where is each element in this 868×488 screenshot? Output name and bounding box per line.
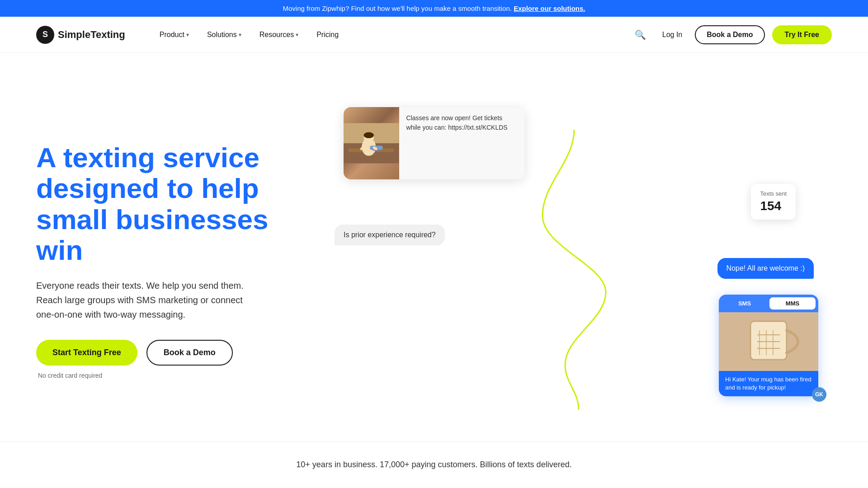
sms-mms-tabs: SMS MMS — [719, 295, 818, 312]
hero-photo — [344, 107, 399, 179]
svg-rect-11 — [750, 321, 787, 360]
search-icon: 🔍 — [635, 30, 646, 40]
hero-left: A texting service designed to help small… — [36, 124, 316, 379]
navbar: S SimpleTexting Product ▾ Solutions ▾ Re… — [0, 17, 868, 53]
nav-links: Product ▾ Solutions ▾ Resources ▾ Pricin… — [152, 27, 631, 42]
sms-tab[interactable]: SMS — [722, 297, 768, 310]
chevron-down-icon: ▾ — [186, 32, 189, 38]
logo-text: SimpleTexting — [58, 29, 125, 41]
mms-message: Hi Kate! Your mug has been fired and is … — [719, 371, 818, 396]
mms-tab[interactable]: MMS — [769, 297, 816, 310]
hero-book-demo-button[interactable]: Book a Demo — [146, 340, 233, 366]
chevron-down-icon: ▾ — [296, 32, 298, 38]
no-credit-text: No credit card required — [38, 372, 316, 379]
nav-item-resources[interactable]: Resources ▾ — [252, 27, 306, 42]
book-demo-button[interactable]: Book a Demo — [695, 25, 764, 44]
logo[interactable]: S SimpleTexting — [36, 26, 125, 44]
texts-sent-count: 154 — [760, 199, 787, 213]
start-texting-button[interactable]: Start Texting Free — [36, 340, 137, 366]
hero-heading: A texting service designed to help small… — [36, 142, 316, 266]
chat-area: Is prior experience required? Nope! All … — [335, 225, 814, 291]
logo-icon: S — [36, 26, 54, 44]
stats-text: 10+ years in business. 17,000+ paying cu… — [296, 460, 571, 469]
nav-right: 🔍 Log In Book a Demo Try It Free — [631, 25, 832, 44]
hero-illustration: Classes are now open! Get tickets while … — [316, 94, 832, 410]
hero-cta-row: Start Texting Free Book a Demo — [36, 340, 316, 366]
announcement-text: Moving from Zipwhip? Find out how we'll … — [283, 5, 512, 12]
texts-sent-label: Texts sent — [760, 190, 787, 197]
search-button[interactable]: 🔍 — [631, 26, 650, 44]
svg-point-5 — [364, 132, 374, 138]
hero-subtext: Everyone reads their texts. We help you … — [36, 278, 262, 322]
stats-bar: 10+ years in business. 17,000+ paying cu… — [0, 441, 868, 488]
texts-sent-badge: Texts sent 154 — [751, 184, 796, 220]
announcement-link[interactable]: Explore our solutions. — [514, 5, 585, 12]
chat-row-received: Is prior experience required? — [335, 225, 814, 253]
received-bubble: Is prior experience required? — [335, 225, 445, 245]
nav-item-product[interactable]: Product ▾ — [152, 27, 196, 42]
sent-bubble: Nope! All are welcome :) — [717, 258, 814, 279]
mms-card: SMS MMS — [719, 295, 818, 396]
gk-avatar: GK — [812, 387, 826, 402]
chevron-down-icon: ▾ — [239, 32, 241, 38]
nav-item-solutions[interactable]: Solutions ▾ — [200, 27, 249, 42]
nav-item-pricing[interactable]: Pricing — [309, 27, 346, 42]
mms-photo — [719, 312, 818, 371]
hero-section: A texting service designed to help small… — [0, 53, 868, 441]
try-free-button[interactable]: Try It Free — [772, 25, 832, 44]
announcement-bar: Moving from Zipwhip? Find out how we'll … — [0, 0, 868, 17]
photo-card: Classes are now open! Get tickets while … — [344, 107, 524, 179]
chat-row-sent: Nope! All are welcome :) — [335, 258, 814, 286]
notification-bubble: Classes are now open! Get tickets while … — [399, 107, 524, 179]
login-button[interactable]: Log In — [657, 27, 688, 42]
